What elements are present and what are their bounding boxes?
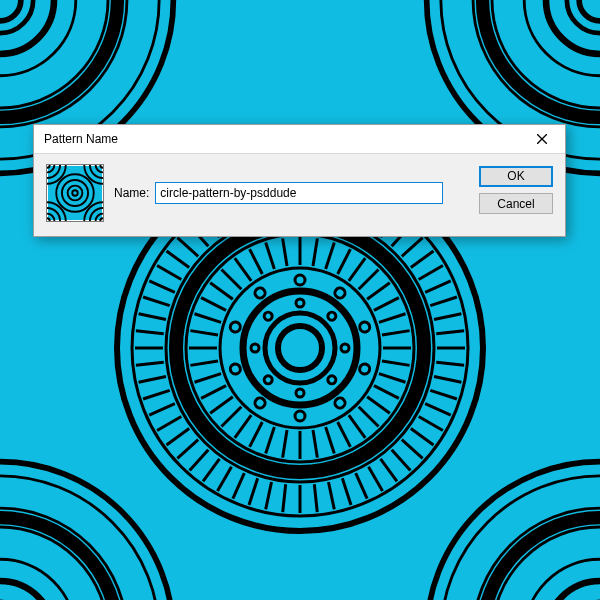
ok-button[interactable]: OK — [479, 166, 553, 187]
pattern-name-dialog: Pattern Name Name: OK Cancel — [33, 124, 566, 237]
svg-point-21 — [0, 0, 21, 21]
name-label: Name: — [114, 186, 149, 200]
svg-point-70 — [72, 190, 77, 195]
svg-point-58 — [100, 164, 104, 168]
svg-point-30 — [579, 0, 600, 21]
dialog-titlebar[interactable]: Pattern Name — [34, 125, 565, 154]
svg-point-24 — [473, 0, 600, 127]
close-button[interactable] — [521, 126, 563, 152]
dialog-title: Pattern Name — [44, 132, 521, 146]
svg-point-66 — [100, 218, 104, 222]
canvas-background — [0, 0, 600, 600]
svg-point-19 — [0, 0, 54, 54]
svg-point-62 — [46, 218, 50, 222]
svg-point-12 — [296, 299, 304, 307]
svg-point-15 — [0, 0, 127, 127]
svg-point-46 — [546, 581, 600, 600]
svg-point-11 — [295, 275, 305, 285]
svg-point-28 — [546, 0, 600, 54]
cancel-button[interactable]: Cancel — [479, 193, 553, 214]
name-input[interactable] — [155, 182, 443, 204]
svg-point-37 — [0, 581, 54, 600]
pattern-motif — [420, 455, 600, 600]
svg-point-68 — [62, 180, 88, 206]
svg-point-25 — [483, 0, 600, 117]
svg-point-8 — [278, 326, 322, 370]
pattern-motif — [0, 455, 180, 600]
pattern-thumbnail — [46, 164, 104, 222]
close-icon — [537, 134, 547, 144]
svg-point-16 — [0, 0, 117, 117]
svg-point-69 — [68, 186, 83, 201]
svg-point-54 — [46, 164, 50, 168]
